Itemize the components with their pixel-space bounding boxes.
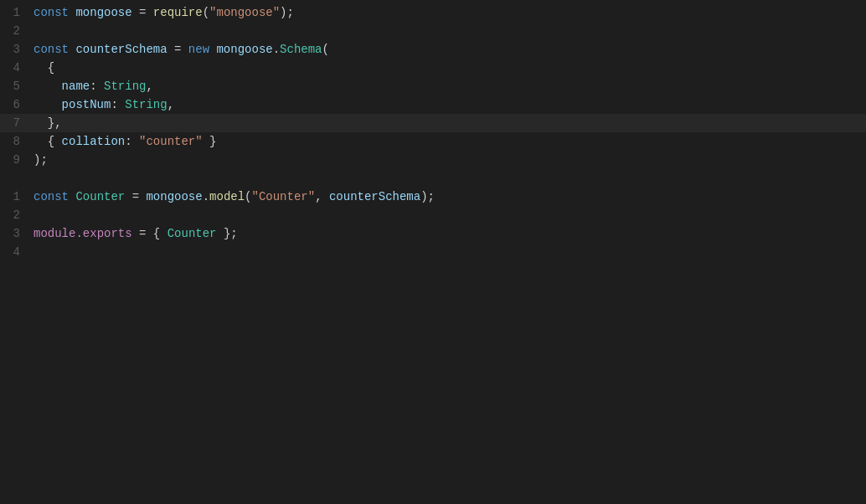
code-line (0, 169, 866, 188)
token: new (188, 43, 217, 56)
token: { (153, 227, 168, 240)
token: ; (40, 153, 47, 167)
code-line: 2 (0, 206, 866, 224)
code-line: 3const counterSchema = new mongoose.Sche… (0, 40, 866, 59)
token: const (34, 43, 75, 56)
token: name (62, 80, 90, 93)
token: mongoose (75, 6, 131, 19)
code-line: 4 { (0, 59, 866, 77)
token: = (168, 43, 188, 56)
token: = (132, 227, 153, 240)
code-line: 5 name: String, (0, 77, 866, 95)
line-content: postNum: String, (30, 95, 866, 114)
token: "mongoose" (209, 6, 280, 19)
line-content: }, (30, 114, 866, 132)
code-line: 8 { collation: "counter" } (0, 132, 866, 151)
code-line: 9); (0, 151, 866, 169)
token: module (34, 227, 75, 240)
token: } (203, 135, 217, 148)
token (34, 80, 62, 93)
line-number: 1 (0, 188, 30, 206)
line-content: const Counter = mongoose.model("Counter"… (30, 188, 866, 206)
token: = (132, 6, 153, 19)
token: ( (203, 6, 209, 19)
line-content: const mongoose = require("mongoose"); (30, 3, 866, 22)
token: : (90, 80, 104, 93)
line-content: ); (30, 151, 866, 169)
token: collation (62, 135, 126, 148)
line-number: 2 (0, 22, 30, 40)
line-content (30, 206, 866, 224)
code-line: 4 (0, 243, 866, 261)
token: Counter (168, 227, 217, 240)
token: String (104, 80, 146, 93)
token: Schema (280, 43, 322, 56)
code-area: 1const mongoose = require("mongoose");2 … (0, 0, 866, 504)
token: , (168, 98, 174, 111)
line-content: name: String, (30, 77, 866, 95)
line-number: 7 (0, 114, 30, 132)
token: , (146, 80, 152, 93)
line-content (30, 243, 866, 261)
code-line: 2 (0, 22, 866, 40)
token: }; (216, 227, 237, 240)
token: , (315, 190, 329, 203)
token: String (125, 98, 167, 111)
token: const (34, 6, 75, 19)
code-line: 7 }, (0, 114, 866, 132)
line-content: { (30, 59, 866, 77)
token: "Counter" (252, 190, 316, 203)
code-line: 1const mongoose = require("mongoose"); (0, 3, 866, 22)
token: { (34, 61, 54, 75)
line-number: 4 (0, 243, 30, 261)
line-content (30, 22, 866, 40)
line-number: 9 (0, 151, 30, 169)
token: postNum (62, 98, 111, 111)
token: mongoose (216, 43, 272, 56)
line-number: 3 (0, 40, 30, 59)
line-number: 2 (0, 206, 30, 224)
token: . (273, 43, 280, 56)
line-content: const counterSchema = new mongoose.Schem… (30, 40, 866, 59)
line-number: 1 (0, 3, 30, 22)
line-number: 8 (0, 132, 30, 151)
token: const (34, 190, 75, 203)
line-number: 5 (0, 77, 30, 95)
token (34, 98, 62, 111)
token: counterSchema (329, 190, 420, 203)
token: .exports (75, 227, 131, 240)
token: "counter" (139, 135, 203, 148)
token: ( (322, 43, 329, 56)
line-number: 6 (0, 95, 30, 114)
line-content (30, 169, 866, 188)
code-line: 1const Counter = mongoose.model("Counter… (0, 188, 866, 206)
token: ); (280, 6, 294, 19)
token: require (153, 6, 203, 19)
token: model (209, 190, 245, 203)
token: ); (420, 190, 435, 203)
token: { (34, 135, 62, 148)
token: ( (245, 190, 251, 203)
line-number: 3 (0, 224, 30, 243)
token: }, (34, 116, 62, 130)
editor-container: 1const mongoose = require("mongoose");2 … (0, 0, 866, 504)
token: counterSchema (75, 43, 167, 56)
token: = (125, 190, 146, 203)
code-line: 6 postNum: String, (0, 95, 866, 114)
token: Counter (75, 190, 125, 203)
token: . (203, 190, 209, 203)
line-number: 4 (0, 59, 30, 77)
token: : (111, 98, 125, 111)
line-content: module.exports = { Counter }; (30, 224, 866, 243)
token: mongoose (146, 190, 202, 203)
code-line: 3module.exports = { Counter }; (0, 224, 866, 243)
token: : (125, 135, 139, 148)
line-content: { collation: "counter" } (30, 132, 866, 151)
